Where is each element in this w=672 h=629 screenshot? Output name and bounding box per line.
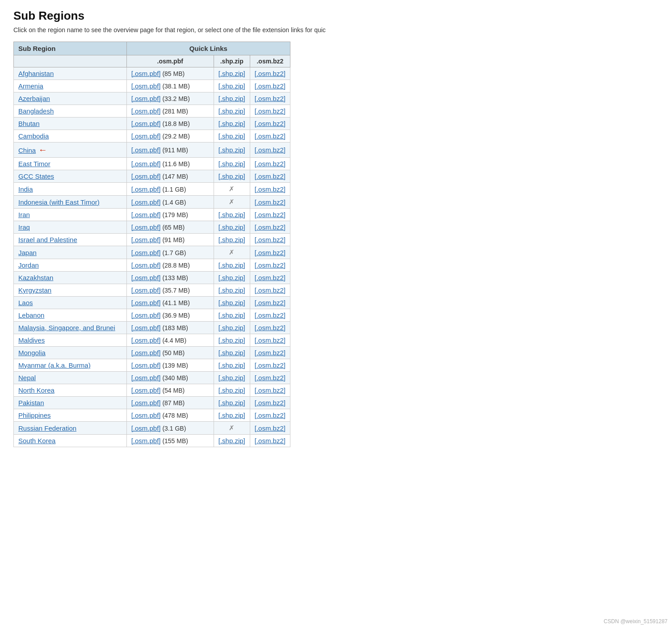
osmpbf-link[interactable]: [.osm.pbf] (131, 211, 161, 218)
shpzip-link[interactable]: [.shp.zip] (218, 236, 245, 243)
region-link[interactable]: Malaysia, Singapore, and Brunei (18, 324, 115, 331)
osmbz2-link[interactable]: [.osm.bz2] (255, 172, 286, 180)
osmpbf-link[interactable]: [.osm.pbf] (131, 249, 161, 256)
region-link[interactable]: Iran (18, 211, 30, 218)
osmpbf-link[interactable]: [.osm.pbf] (131, 286, 161, 294)
osmpbf-link[interactable]: [.osm.pbf] (131, 261, 161, 269)
region-link[interactable]: China (18, 147, 36, 154)
region-link[interactable]: Maldives (18, 336, 45, 344)
osmbz2-link[interactable]: [.osm.bz2] (255, 185, 286, 193)
osmbz2-link[interactable]: [.osm.bz2] (255, 236, 286, 243)
osmbz2-link[interactable]: [.osm.bz2] (255, 399, 286, 407)
osmpbf-link[interactable]: [.osm.pbf] (131, 374, 161, 382)
osmbz2-link[interactable]: [.osm.bz2] (255, 198, 286, 206)
osmbz2-link[interactable]: [.osm.bz2] (255, 82, 286, 90)
osmpbf-link[interactable]: [.osm.pbf] (131, 299, 161, 306)
osmpbf-link[interactable]: [.osm.pbf] (131, 70, 161, 77)
region-link[interactable]: Israel and Palestine (18, 236, 77, 243)
osmbz2-link[interactable]: [.osm.bz2] (255, 274, 286, 281)
region-link[interactable]: Kazakhstan (18, 274, 53, 281)
osmbz2-link[interactable]: [.osm.bz2] (255, 249, 286, 256)
osmbz2-link[interactable]: [.osm.bz2] (255, 411, 286, 419)
shpzip-link[interactable]: [.shp.zip] (218, 274, 245, 281)
osmpbf-link[interactable]: [.osm.pbf] (131, 274, 161, 281)
shpzip-link[interactable]: [.shp.zip] (218, 299, 245, 306)
region-link[interactable]: South Korea (18, 437, 55, 444)
shpzip-link[interactable]: [.shp.zip] (218, 82, 245, 90)
region-link[interactable]: India (18, 185, 33, 193)
osmbz2-link[interactable]: [.osm.bz2] (255, 311, 286, 319)
region-link[interactable]: Russian Federation (18, 424, 76, 432)
osmpbf-link[interactable]: [.osm.pbf] (131, 223, 161, 231)
osmpbf-link[interactable]: [.osm.pbf] (131, 198, 161, 206)
region-link[interactable]: Bhutan (18, 120, 40, 127)
shpzip-link[interactable]: [.shp.zip] (218, 107, 245, 115)
osmbz2-link[interactable]: [.osm.bz2] (255, 211, 286, 218)
osmbz2-link[interactable]: [.osm.bz2] (255, 223, 286, 231)
osmpbf-link[interactable]: [.osm.pbf] (131, 236, 161, 243)
region-link[interactable]: Azerbaijan (18, 95, 50, 102)
shpzip-link[interactable]: [.shp.zip] (218, 261, 245, 269)
region-link[interactable]: Bangladesh (18, 107, 54, 115)
region-link[interactable]: Mongolia (18, 349, 46, 356)
region-link[interactable]: Japan (18, 249, 37, 256)
shpzip-link[interactable]: [.shp.zip] (218, 437, 245, 444)
region-link[interactable]: Laos (18, 299, 33, 306)
osmbz2-link[interactable]: [.osm.bz2] (255, 132, 286, 140)
shpzip-link[interactable]: [.shp.zip] (218, 95, 245, 102)
osmbz2-link[interactable]: [.osm.bz2] (255, 424, 286, 432)
osmpbf-link[interactable]: [.osm.pbf] (131, 336, 161, 344)
osmbz2-link[interactable]: [.osm.bz2] (255, 361, 286, 369)
shpzip-link[interactable]: [.shp.zip] (218, 70, 245, 77)
osmbz2-link[interactable]: [.osm.bz2] (255, 261, 286, 269)
region-link[interactable]: Cambodia (18, 132, 49, 140)
shpzip-link[interactable]: [.shp.zip] (218, 349, 245, 356)
osmbz2-link[interactable]: [.osm.bz2] (255, 437, 286, 444)
osmpbf-link[interactable]: [.osm.pbf] (131, 324, 161, 331)
osmpbf-link[interactable]: [.osm.pbf] (131, 424, 161, 432)
osmpbf-link[interactable]: [.osm.pbf] (131, 82, 161, 90)
osmpbf-link[interactable]: [.osm.pbf] (131, 349, 161, 356)
shpzip-link[interactable]: [.shp.zip] (218, 172, 245, 180)
region-link[interactable]: Jordan (18, 261, 39, 269)
osmbz2-link[interactable]: [.osm.bz2] (255, 70, 286, 77)
osmpbf-link[interactable]: [.osm.pbf] (131, 160, 161, 168)
region-link[interactable]: North Korea (18, 386, 55, 394)
osmbz2-link[interactable]: [.osm.bz2] (255, 386, 286, 394)
region-link[interactable]: East Timor (18, 160, 50, 168)
shpzip-link[interactable]: [.shp.zip] (218, 386, 245, 394)
osmbz2-link[interactable]: [.osm.bz2] (255, 299, 286, 306)
shpzip-link[interactable]: [.shp.zip] (218, 223, 245, 231)
shpzip-link[interactable]: [.shp.zip] (218, 211, 245, 218)
osmpbf-link[interactable]: [.osm.pbf] (131, 399, 161, 407)
region-link[interactable]: GCC States (18, 172, 54, 180)
osmpbf-link[interactable]: [.osm.pbf] (131, 361, 161, 369)
region-link[interactable]: Kyrgyzstan (18, 286, 51, 294)
region-link[interactable]: Armenia (18, 82, 43, 90)
osmbz2-link[interactable]: [.osm.bz2] (255, 160, 286, 168)
osmpbf-link[interactable]: [.osm.pbf] (131, 185, 161, 193)
region-link[interactable]: Lebanon (18, 311, 44, 319)
region-link[interactable]: Nepal (18, 374, 36, 382)
shpzip-link[interactable]: [.shp.zip] (218, 132, 245, 140)
shpzip-link[interactable]: [.shp.zip] (218, 146, 245, 154)
osmbz2-link[interactable]: [.osm.bz2] (255, 286, 286, 294)
osmbz2-link[interactable]: [.osm.bz2] (255, 120, 286, 127)
region-link[interactable]: Philippines (18, 411, 51, 419)
osmpbf-link[interactable]: [.osm.pbf] (131, 107, 161, 115)
shpzip-link[interactable]: [.shp.zip] (218, 311, 245, 319)
osmpbf-link[interactable]: [.osm.pbf] (131, 95, 161, 102)
osmbz2-link[interactable]: [.osm.bz2] (255, 336, 286, 344)
shpzip-link[interactable]: [.shp.zip] (218, 374, 245, 382)
osmbz2-link[interactable]: [.osm.bz2] (255, 146, 286, 154)
shpzip-link[interactable]: [.shp.zip] (218, 361, 245, 369)
osmbz2-link[interactable]: [.osm.bz2] (255, 95, 286, 102)
shpzip-link[interactable]: [.shp.zip] (218, 160, 245, 168)
osmbz2-link[interactable]: [.osm.bz2] (255, 107, 286, 115)
osmpbf-link[interactable]: [.osm.pbf] (131, 120, 161, 127)
osmpbf-link[interactable]: [.osm.pbf] (131, 132, 161, 140)
region-link[interactable]: Myanmar (a.k.a. Burma) (18, 361, 91, 369)
osmpbf-link[interactable]: [.osm.pbf] (131, 311, 161, 319)
shpzip-link[interactable]: [.shp.zip] (218, 120, 245, 127)
osmpbf-link[interactable]: [.osm.pbf] (131, 146, 161, 154)
